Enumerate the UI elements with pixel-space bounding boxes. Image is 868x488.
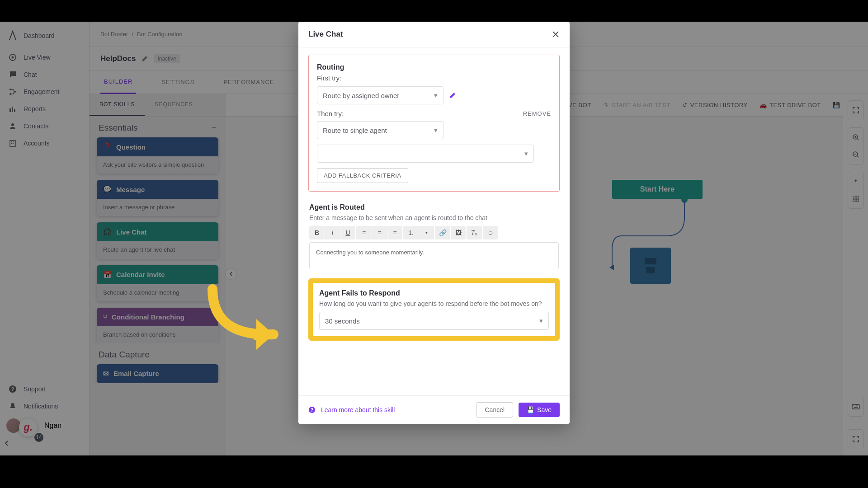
emoji-button[interactable]: ☺ — [483, 226, 498, 239]
nav-label: Accounts — [24, 140, 50, 147]
sidebar-item-support[interactable]: ? Support — [0, 380, 89, 398]
sidebar-item-chat[interactable]: Chat — [0, 66, 89, 83]
skill-card-message[interactable]: 💬Message Insert a message or phrase — [97, 180, 218, 216]
skill-card-question[interactable]: ❓Question Ask your site visitors a simpl… — [97, 137, 218, 174]
rte-toolbar: BIU ≡≡≡ 1.• 🔗🖼 Tₓ ☺ — [309, 226, 559, 239]
test-drive-button[interactable]: 🚗 TEST DRIVE BOT — [760, 102, 821, 108]
user-icon — [8, 122, 17, 130]
svg-rect-7 — [14, 109, 15, 112]
sidebar-item-notifications[interactable]: Notifications — [0, 398, 89, 415]
chevron-down-icon: ▾ — [539, 317, 543, 325]
bold-button[interactable]: B — [309, 226, 325, 239]
section-data-capture-header[interactable]: Data Capture — [90, 343, 226, 364]
skill-card-conditional[interactable]: ⑂Conditional Branching Branch based on c… — [97, 308, 218, 343]
sparkle-icon — [852, 178, 859, 185]
align-right-button[interactable]: ≡ — [387, 226, 402, 239]
agent-select[interactable]: ▾ — [317, 145, 534, 163]
tab-sequences[interactable]: SEQUENCES — [145, 94, 203, 116]
close-button[interactable] — [552, 30, 560, 38]
start-node[interactable]: Start Here — [612, 180, 703, 199]
flow-node-skill[interactable] — [630, 248, 671, 284]
align-center-button[interactable]: ≡ — [372, 226, 387, 239]
ul-button[interactable]: • — [419, 226, 434, 239]
section-essentials-header[interactable]: Essentials − — [90, 117, 226, 137]
then-try-select[interactable]: Route to single agent ▾ — [317, 121, 443, 139]
tab-builder[interactable]: BUILDER — [100, 70, 136, 94]
svg-rect-12 — [11, 143, 12, 144]
svg-point-2 — [9, 89, 11, 90]
help-icon: ? — [308, 406, 316, 413]
chevron-left-icon — [228, 271, 234, 277]
chat-icon — [8, 70, 17, 79]
minimap-button[interactable] — [849, 192, 863, 206]
remove-fallback-button[interactable]: REMOVE — [523, 110, 551, 117]
zoom-out-icon — [852, 151, 859, 158]
highlight-callout: Agent Fails to Respond How long do you w… — [308, 278, 560, 341]
image-button[interactable]: 🖼 — [450, 226, 466, 239]
tab-bot-skills[interactable]: BOT SKILLS — [90, 94, 145, 116]
auto-layout-button[interactable] — [849, 175, 863, 188]
tab-settings[interactable]: SETTINGS — [158, 71, 198, 93]
link-button[interactable]: 🔗 — [435, 226, 450, 239]
sidebar-item-reports[interactable]: Reports — [0, 100, 89, 117]
edit-routing-icon[interactable] — [449, 92, 456, 99]
breadcrumb-root[interactable]: Bot Roster — [100, 31, 128, 38]
clear-format-button[interactable]: Tₓ — [467, 226, 482, 239]
svg-text:?: ? — [311, 408, 313, 413]
svg-text:?: ? — [11, 386, 14, 392]
tab-performance[interactable]: PERFORMANCE — [220, 71, 278, 93]
sidebar-item-liveview[interactable]: Live View — [0, 49, 89, 66]
modal-body[interactable]: Routing First try: Route by assigned own… — [298, 47, 570, 395]
panel-collapse-button[interactable] — [225, 268, 237, 280]
routed-message-editor[interactable]: Connecting you to someone momentarily. — [309, 242, 559, 269]
cancel-button[interactable]: Cancel — [476, 402, 513, 418]
nav-label: Support — [24, 385, 46, 393]
underline-button[interactable]: U — [340, 226, 355, 239]
save-skill-button[interactable]: 💾 Save — [519, 403, 560, 417]
timeout-select[interactable]: 30 seconds ▾ — [319, 312, 549, 330]
sidebar-collapse[interactable] — [0, 436, 89, 450]
svg-point-8 — [11, 123, 14, 126]
breadcrumb: Bot Roster / Bot Configuration — [100, 31, 183, 38]
svg-point-1 — [12, 56, 14, 59]
keyboard-icon — [852, 404, 860, 409]
keyboard-button[interactable] — [849, 400, 863, 413]
svg-rect-21 — [853, 199, 855, 202]
branch-icon — [8, 88, 17, 96]
learn-more-link[interactable]: Learn more about this skill — [321, 406, 395, 413]
svg-rect-11 — [13, 141, 14, 142]
sidebar-user[interactable]: g. 14 Ngan — [0, 415, 89, 436]
branch-icon: ⑂ — [103, 313, 107, 321]
sidebar-item-contacts[interactable]: Contacts — [0, 117, 89, 135]
version-history-button[interactable]: ↺ VERSION HISTORY — [682, 102, 747, 108]
sidebar-item-dashboard[interactable]: Dashboard — [0, 27, 89, 49]
sidebar-item-engagement[interactable]: Engagement — [0, 83, 89, 100]
fit-button[interactable] — [849, 432, 863, 446]
question-icon: ❓ — [103, 143, 112, 151]
first-try-select[interactable]: Route by assigned owner ▾ — [317, 86, 443, 104]
routing-section: Routing First try: Route by assigned own… — [308, 55, 560, 192]
building-icon — [8, 139, 17, 147]
fullscreen-icon — [852, 107, 859, 114]
italic-button[interactable]: I — [325, 226, 340, 239]
ab-test-button[interactable]: ⚗ START AN A/B TEST — [603, 102, 671, 108]
svg-point-3 — [9, 93, 11, 95]
fullscreen-button[interactable] — [849, 103, 863, 117]
agent-fails-sub: How long do you want to give your agents… — [319, 300, 549, 307]
canvas-rail — [843, 94, 868, 455]
edit-name-icon[interactable] — [141, 55, 148, 62]
live-chat-modal: Live Chat Routing First try: Route by as… — [298, 22, 570, 424]
sidebar-item-accounts[interactable]: Accounts — [0, 135, 89, 152]
then-try-label: Then try: — [317, 110, 344, 117]
zoom-in-button[interactable] — [849, 131, 863, 144]
breadcrumb-current: Bot Configuration — [137, 31, 182, 38]
zoom-out-button[interactable] — [849, 148, 863, 161]
align-left-button[interactable]: ≡ — [356, 226, 372, 239]
skill-card-calendar[interactable]: 📅Calendar Invite Schedule a calendar mee… — [97, 265, 218, 301]
add-fallback-button[interactable]: ADD FALLBACK CRITERIA — [317, 168, 408, 183]
skill-card-email-capture[interactable]: ✉Email Capture — [97, 364, 218, 383]
svg-rect-19 — [853, 196, 855, 198]
skill-card-live-chat[interactable]: 🎧Live Chat Route an agent for live chat — [97, 222, 218, 258]
ol-button[interactable]: 1. — [403, 226, 419, 239]
fit-icon — [852, 436, 859, 443]
